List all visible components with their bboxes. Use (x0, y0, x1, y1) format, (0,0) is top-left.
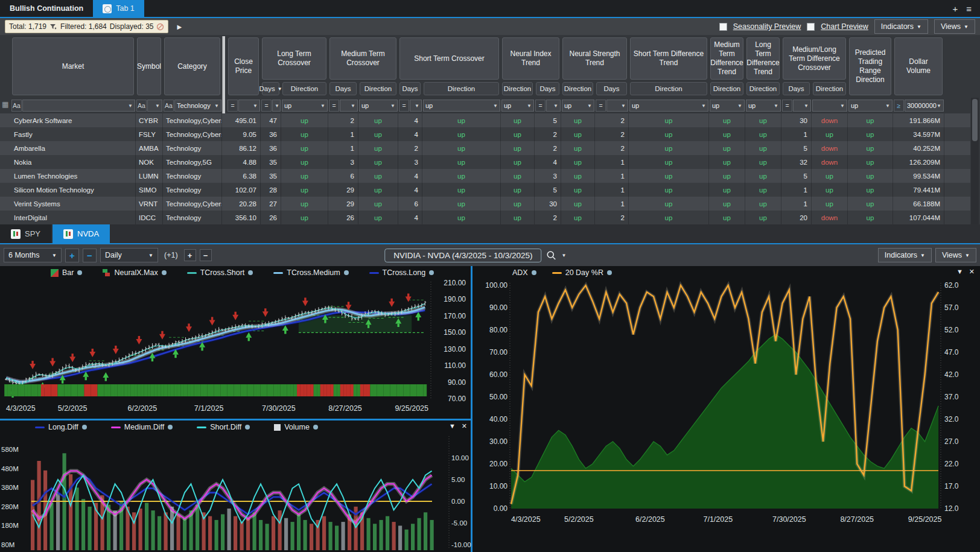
legend-settings-dot[interactable] (429, 270, 434, 275)
column-group-header[interactable]: Neural Index Trend (502, 37, 559, 80)
legend-item-long-diff[interactable]: Long.Diff (35, 423, 87, 431)
column-subheader-stc_dir[interactable]: Direction (424, 82, 499, 95)
indicators-button[interactable]: Indicators▼ (874, 19, 928, 34)
filter-dropdown-stc_days[interactable]: ▼ (410, 100, 422, 112)
filter-operator-close[interactable]: = (228, 100, 238, 112)
chart-preview-label[interactable]: Chart Preview (821, 22, 868, 31)
column-group-header[interactable]: Symbol (137, 37, 161, 95)
column-group-header[interactable]: Long Term Crossover (262, 37, 326, 80)
legend-item-tcross-short[interactable]: TCross.Short (187, 268, 253, 277)
column-group-header[interactable]: Predicted Trading Range Direction (849, 37, 891, 95)
column-group-header[interactable]: Long Term Difference Trend (746, 37, 780, 80)
filter-dropdown-category[interactable]: Technology▼ (174, 100, 221, 112)
window-tab-bullish-continuation[interactable]: Bullish Continuation (0, 0, 93, 17)
chart-tab-nvda[interactable]: NVDA (52, 224, 110, 243)
views-button[interactable]: Views▼ (934, 19, 975, 34)
filter-operator-mldc_days[interactable]: = (782, 100, 792, 112)
filter-operator-ltc_days[interactable]: = (261, 100, 272, 112)
filter-operator-dv[interactable]: ≥ (894, 100, 904, 112)
column-group-header[interactable]: Neural Strength Trend (562, 37, 627, 80)
column-subheader-ltc_dir[interactable]: Direction (282, 82, 326, 95)
window-tab-tab1[interactable]: Tab 1 (93, 0, 144, 17)
legend-item-neuralx-max[interactable]: NeuralX.Max (103, 268, 166, 277)
table-row[interactable]: CyberArk SoftwareCYBRTechnology,Cybers49… (0, 113, 970, 127)
table-row[interactable]: AmbarellaAMBATechnology86.1236up1up2upup… (0, 141, 970, 155)
legend-item-bar[interactable]: Bar (51, 268, 82, 277)
legend-settings-dot[interactable] (313, 425, 318, 430)
filter-dropdown-mldc_dir[interactable]: ▼ (812, 100, 847, 112)
price-chart[interactable]: 210.00190.00170.00150.00130.00110.0090.0… (0, 279, 472, 420)
column-group-header[interactable]: Category (164, 37, 220, 95)
filter-dropdown-nit_days[interactable]: ▼ (546, 100, 561, 112)
table-row[interactable]: Silicon Motion TechnologySIMOTechnology1… (0, 183, 970, 197)
row-selector-icon[interactable]: ▦ (2, 100, 8, 109)
legend-settings-dot[interactable] (77, 270, 82, 275)
add-bar-button[interactable]: + (184, 249, 196, 261)
column-subheader-ltdt_dir[interactable]: Direction (746, 82, 780, 95)
legend-item-medium-diff[interactable]: Medium.Diff (111, 423, 173, 431)
filter-dropdown-mtc_dir[interactable]: up▼ (359, 100, 398, 112)
filter-operator-market[interactable]: Aa (11, 100, 22, 112)
seasonality-preview-checkbox[interactable] (719, 23, 727, 31)
menu-icon[interactable]: ≡ (966, 4, 972, 14)
filter-dropdown-close[interactable]: ▼ (238, 100, 260, 112)
column-subheader-ltc_days[interactable]: Days▼ (262, 82, 279, 95)
close-pane-icon[interactable]: ✕ (462, 422, 467, 430)
filter-dropdown-nst_dir[interactable]: up▼ (562, 100, 594, 112)
expand-arrow-icon[interactable]: ▶ (177, 24, 182, 30)
column-group-header[interactable]: Short Term Crossover (399, 37, 499, 80)
column-group-header[interactable]: Medium Term Difference Trend (710, 37, 743, 80)
zoom-in-button[interactable]: + (65, 249, 79, 262)
filter-dropdown-mtc_days[interactable]: ▼ (340, 100, 358, 112)
column-subheader-mtc_days[interactable]: Days (329, 82, 357, 95)
filter-dropdown-market[interactable]: ▼ (22, 100, 135, 112)
filter-dropdown-ltdt_dir[interactable]: up▼ (746, 100, 781, 112)
seasonality-preview-label[interactable]: Seasonality Preview (733, 22, 801, 31)
table-row[interactable]: Verint SystemsVRNTTechnology,Cybers20.28… (0, 197, 970, 211)
range-select[interactable]: 6 Months▼ (4, 248, 62, 262)
period-select[interactable]: Daily▼ (100, 248, 158, 262)
legend-settings-dot[interactable] (344, 270, 349, 275)
column-group-header[interactable]: Medium Term Crossover (329, 37, 396, 80)
filter-dropdown-stdt_dir[interactable]: up▼ (629, 100, 708, 112)
adx-chart[interactable]: 100.0090.0080.0070.0060.0050.0040.0030.0… (472, 266, 978, 552)
add-tab-icon[interactable]: + (952, 4, 958, 14)
filter-dropdown-stc_dir[interactable]: up▼ (423, 100, 500, 112)
legend-settings-dot[interactable] (245, 425, 250, 430)
legend-settings-dot[interactable] (248, 270, 253, 275)
column-subheader-mtc_dir[interactable]: Direction (360, 82, 396, 95)
table-row[interactable]: Lumen TechnologiesLUMNTechnology6.3835up… (0, 169, 970, 183)
filter-operator-stc_days[interactable]: = (399, 100, 409, 112)
column-group-header[interactable]: Dollar Volume (894, 37, 943, 95)
filter-dropdown-ltc_dir[interactable]: up▼ (282, 100, 328, 112)
column-subheader-nst_days[interactable]: Days (596, 82, 627, 95)
column-subheader-nit_dir[interactable]: Direction (502, 82, 533, 95)
funnel-icon[interactable] (49, 23, 57, 31)
oscillator-chart[interactable]: 580M480M380M280M180M80M10.005.000.00-5.0… (0, 434, 472, 550)
column-group-header[interactable]: Medium/Long Term Difference Crossover (783, 37, 846, 80)
legend-settings-dot[interactable] (168, 425, 173, 430)
column-subheader-nit_days[interactable]: Days (536, 82, 559, 95)
column-subheader-mldc_dir[interactable]: Direction (813, 82, 846, 95)
column-subheader-stc_days[interactable]: Days (399, 82, 421, 95)
table-row[interactable]: FastlyFSLYTechnology,Cybers9.0536up1up4u… (0, 127, 970, 141)
column-subheader-mldc_days[interactable]: Days (783, 82, 810, 95)
column-group-header[interactable]: Short Term Difference Trend (630, 37, 707, 80)
search-dropdown-icon[interactable]: ▼ (562, 253, 567, 258)
filter-dropdown-mtdt_dir[interactable]: up▼ (710, 100, 745, 112)
search-icon[interactable] (547, 250, 557, 261)
filter-operator-nst_days[interactable]: = (596, 100, 606, 112)
legend-settings-dot[interactable] (162, 270, 167, 275)
remove-bar-button[interactable]: − (200, 249, 212, 261)
table-row[interactable]: NokiaNOKTechnology,5G4.8835up3up3upup4up… (0, 155, 970, 169)
filter-dropdown-nit_dir[interactable]: up▼ (501, 100, 534, 112)
column-subheader-nst_dir[interactable]: Direction (562, 82, 593, 95)
filter-dropdown-symbol[interactable]: ▼ (147, 100, 162, 112)
collapse-pane-icon[interactable]: ▼ (449, 422, 456, 430)
chart-preview-checkbox[interactable] (807, 23, 815, 31)
filter-dropdown-dv[interactable]: 30000000▼ (905, 100, 944, 112)
legend-item-tcross-long[interactable]: TCross.Long (369, 268, 434, 277)
chart-tab-spy[interactable]: SPY (0, 224, 51, 243)
legend-item-volume[interactable]: Volume (274, 423, 318, 431)
filter-operator-nit_days[interactable]: = (535, 100, 546, 112)
